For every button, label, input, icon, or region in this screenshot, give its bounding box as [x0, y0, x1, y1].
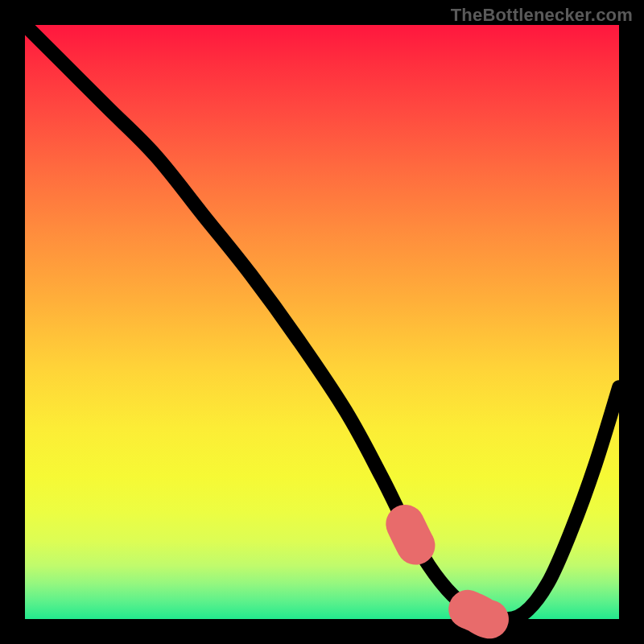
chart-svg [25, 25, 619, 619]
watermark-text: TheBottlenecker.com [451, 5, 633, 26]
bottleneck-curve-line [25, 25, 619, 619]
chart-area [25, 25, 619, 619]
